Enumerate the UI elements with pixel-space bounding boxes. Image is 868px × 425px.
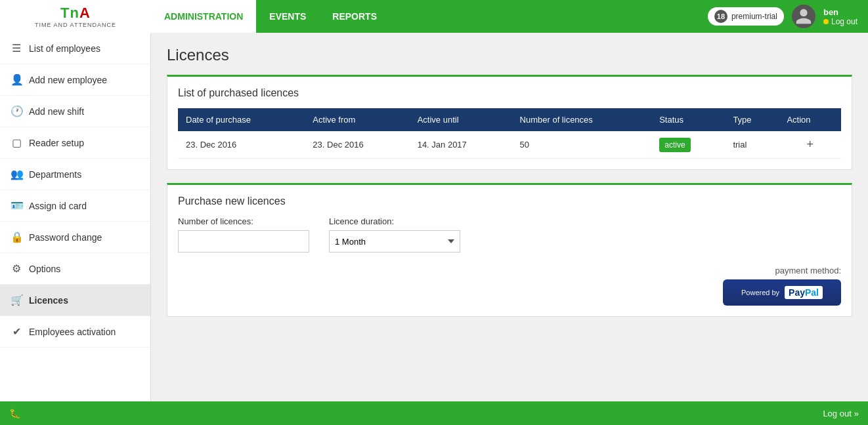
- sidebar-item-employees-activation[interactable]: ✔ Employees activation: [0, 316, 150, 348]
- main-layout: ☰ List of employees 👤 Add new employee 🕐…: [0, 33, 868, 401]
- username: ben: [823, 7, 857, 17]
- td-active-until: 14. Jan 2017: [410, 131, 512, 159]
- logo-area: TnA TIME AND ATTENDANCE: [0, 0, 151, 33]
- nav-administration[interactable]: ADMINISTRATION: [151, 0, 256, 33]
- sidebar-item-assign-id-card[interactable]: 🪪 Assign id card: [0, 190, 150, 222]
- th-date-of-purchase: Date of purchase: [178, 108, 305, 131]
- id-card-icon: 🪪: [11, 199, 22, 212]
- number-of-licences-group: Number of licences:: [178, 216, 309, 253]
- status-dot: [823, 19, 829, 24]
- th-active-until: Active until: [410, 108, 512, 131]
- lock-icon: 🔒: [11, 231, 22, 243]
- th-type: Type: [725, 108, 779, 131]
- sidebar-label-assign-id-card: Assign id card: [29, 201, 87, 211]
- nav-reports[interactable]: REPORTS: [319, 0, 390, 33]
- reader-icon: ▢: [11, 136, 22, 149]
- purchase-new-licences-card: Purchase new licences Number of licences…: [167, 183, 852, 317]
- sidebar-label-list-of-employees: List of employees: [29, 43, 100, 54]
- sidebar-label-licences: Licences: [29, 295, 68, 306]
- purchase-form-row: Number of licences: Licence duration: 1 …: [178, 216, 841, 253]
- list-icon: ☰: [11, 42, 22, 54]
- footer-bug-icon: 🐛: [9, 408, 20, 418]
- user-info: ben Log out: [823, 7, 857, 26]
- sidebar-item-departments[interactable]: 👥 Departments: [0, 159, 150, 190]
- payment-section: payment method: Powered by PayPal: [178, 266, 841, 306]
- td-date-of-purchase: 23. Dec 2016: [178, 131, 305, 159]
- purchased-licences-card: List of purchased licences Date of purch…: [167, 75, 852, 170]
- th-number-of-licences: Number of licences: [512, 108, 652, 131]
- sidebar-label-reader-setup: Reader setup: [29, 138, 84, 148]
- licence-duration-label: Licence duration:: [329, 216, 460, 226]
- footer-chevron-icon: »: [854, 409, 859, 418]
- td-type: trial: [725, 131, 779, 159]
- nav-events[interactable]: EVENTS: [256, 0, 319, 33]
- footer-logout[interactable]: Log out »: [823, 409, 859, 418]
- footer-logout-label: Log out: [823, 409, 851, 418]
- payment-method-label: payment method:: [775, 266, 841, 275]
- number-of-licences-label: Number of licences:: [178, 216, 309, 226]
- footer: 🐛 Log out »: [0, 401, 868, 425]
- premium-count: 18: [714, 10, 727, 23]
- sidebar-item-add-new-employee[interactable]: 👤 Add new employee: [0, 64, 150, 96]
- departments-icon: 👥: [11, 168, 22, 180]
- logo-subtext: TIME AND ATTENDANCE: [35, 22, 116, 28]
- licence-duration-group: Licence duration: 1 Month 3 Months 6 Mon…: [329, 216, 460, 253]
- licences-table: Date of purchase Active from Active unti…: [178, 108, 841, 159]
- main-content: Licences List of purchased licences Date…: [151, 33, 868, 401]
- purchased-card-title: List of purchased licences: [178, 87, 841, 99]
- sidebar-label-employees-activation: Employees activation: [29, 327, 116, 337]
- nav-logout-link[interactable]: Log out: [823, 17, 857, 26]
- sidebar-item-options[interactable]: ⚙ Options: [0, 253, 150, 285]
- sidebar-item-licences[interactable]: 🛒 Licences: [0, 285, 150, 316]
- cart-icon: 🛒: [11, 294, 22, 306]
- clock-icon: 🕐: [11, 105, 22, 117]
- user-avatar: [792, 5, 815, 28]
- paypal-powered-text: Powered by: [741, 289, 779, 296]
- sidebar-label-password-change: Password change: [29, 232, 102, 243]
- status-badge: active: [659, 138, 690, 152]
- sidebar-label-options: Options: [29, 264, 60, 274]
- number-of-licences-input[interactable]: [178, 230, 309, 253]
- sidebar-label-departments: Departments: [29, 169, 81, 180]
- td-active-from: 23. Dec 2016: [305, 131, 409, 159]
- avatar-icon: [794, 7, 813, 26]
- td-status: active: [651, 131, 725, 159]
- table-row: 23. Dec 2016 23. Dec 2016 14. Jan 2017 5…: [178, 131, 841, 159]
- licence-duration-select[interactable]: 1 Month 3 Months 6 Months 12 Months: [329, 230, 460, 253]
- options-icon: ⚙: [11, 262, 22, 275]
- top-nav: TnA TIME AND ATTENDANCE ADMINISTRATION E…: [0, 0, 868, 33]
- logo-text: TnA: [60, 5, 91, 22]
- th-active-from: Active from: [305, 108, 409, 131]
- sidebar-item-reader-setup[interactable]: ▢ Reader setup: [0, 127, 150, 159]
- sidebar-item-password-change[interactable]: 🔒 Password change: [0, 222, 150, 253]
- td-number-of-licences: 50: [512, 131, 652, 159]
- sidebar-item-add-new-shift[interactable]: 🕐 Add new shift: [0, 96, 150, 127]
- nav-links: ADMINISTRATION EVENTS REPORTS: [151, 0, 708, 33]
- premium-label: premium-trial: [731, 12, 777, 21]
- paypal-logo: PayPal: [785, 286, 823, 299]
- sidebar-item-list-of-employees[interactable]: ☰ List of employees: [0, 33, 150, 64]
- action-plus-button[interactable]: +: [787, 138, 833, 152]
- td-action: +: [779, 131, 841, 159]
- premium-badge: 18 premium-trial: [708, 7, 784, 26]
- paypal-button[interactable]: Powered by PayPal: [723, 279, 841, 306]
- page-title: Licences: [167, 46, 852, 64]
- sidebar-label-add-new-employee: Add new employee: [29, 75, 107, 85]
- sidebar-label-add-new-shift: Add new shift: [29, 106, 84, 117]
- nav-logout-label: Log out: [831, 17, 857, 26]
- sidebar: ☰ List of employees 👤 Add new employee 🕐…: [0, 33, 151, 401]
- add-employee-icon: 👤: [11, 73, 22, 86]
- th-action: Action: [779, 108, 841, 131]
- purchase-card-title: Purchase new licences: [178, 195, 841, 207]
- check-icon: ✔: [11, 325, 22, 338]
- nav-right: 18 premium-trial ben Log out: [708, 5, 868, 28]
- th-status: Status: [651, 108, 725, 131]
